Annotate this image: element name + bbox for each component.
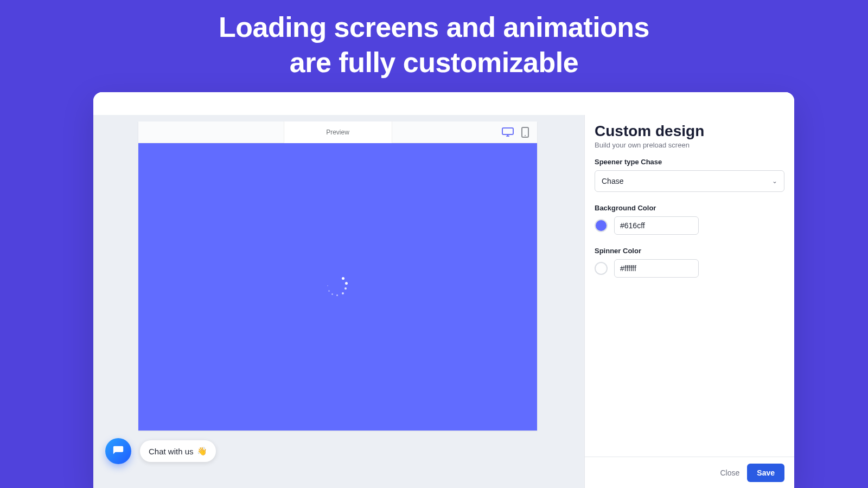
spinner-color-label: Spinner Color — [595, 247, 784, 255]
spinner-color-value: #ffffff — [620, 264, 636, 273]
settings-panel: Custom design Build your own preload scr… — [584, 115, 794, 488]
mobile-icon — [521, 127, 529, 138]
bg-color-label: Background Color — [595, 204, 784, 212]
panel-subtitle: Build your own preload screen — [595, 141, 784, 149]
panel-title: Custom design — [595, 123, 784, 140]
svg-rect-0 — [502, 128, 513, 134]
spinner-color-row: #ffffff — [595, 259, 784, 278]
mobile-device-button[interactable] — [519, 126, 532, 139]
svg-rect-2 — [507, 134, 508, 136]
hero-line-2: are fully customizable — [0, 45, 868, 80]
svg-point-4 — [525, 135, 526, 136]
preview-tab[interactable]: Preview — [284, 121, 392, 143]
close-button[interactable]: Close — [720, 468, 740, 477]
preview-window: Preview — [138, 121, 537, 431]
desktop-icon — [502, 127, 514, 137]
chat-icon — [112, 445, 124, 457]
save-button[interactable]: Save — [747, 464, 784, 482]
device-toggle-group — [501, 121, 532, 143]
spinner-type-label: Speener type Chase — [595, 158, 784, 166]
preview-tab-label: Preview — [326, 129, 349, 136]
app-body: Preview — [93, 115, 794, 488]
chase-spinner-icon — [328, 277, 348, 297]
preview-header: Preview — [138, 121, 537, 143]
hero-line-1: Loading screens and animations — [0, 10, 868, 45]
app-card: Preview — [93, 92, 794, 488]
hero-title: Loading screens and animations are fully… — [0, 0, 868, 80]
bg-color-value: #616cff — [620, 221, 645, 230]
preview-canvas — [138, 143, 537, 431]
spinner-color-swatch[interactable] — [595, 262, 608, 275]
spinner-type-select[interactable]: Chase ⌄ — [595, 170, 784, 192]
chat-pill[interactable]: Chat with us 👋 — [140, 440, 216, 462]
spinner-type-value: Chase — [602, 177, 623, 185]
chat-fab[interactable] — [105, 438, 131, 464]
settings-panel-body: Custom design Build your own preload scr… — [585, 115, 794, 457]
bg-color-row: #616cff — [595, 216, 784, 235]
panel-footer: Close Save — [585, 457, 794, 488]
bg-color-swatch[interactable] — [595, 219, 608, 232]
chat-pill-text: Chat with us — [149, 447, 194, 456]
bg-color-input[interactable]: #616cff — [614, 216, 699, 235]
app-topstrip — [93, 92, 794, 115]
spinner-color-input[interactable]: #ffffff — [614, 259, 699, 278]
desktop-device-button[interactable] — [501, 126, 514, 139]
wave-emoji-icon: 👋 — [197, 446, 207, 456]
preview-area: Preview — [93, 115, 584, 488]
chevron-down-icon: ⌄ — [772, 177, 777, 185]
